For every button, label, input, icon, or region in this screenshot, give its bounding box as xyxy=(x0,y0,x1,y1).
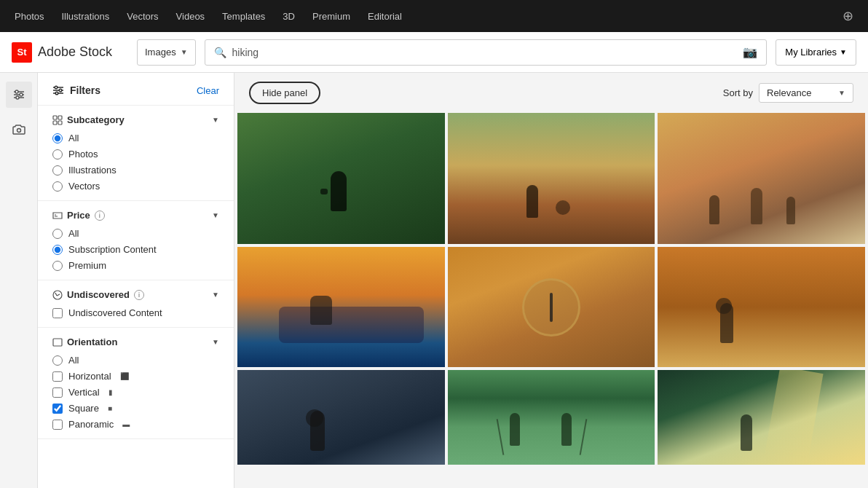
horizontal-icon: ⬛ xyxy=(120,372,129,380)
my-libraries-button[interactable]: My Libraries ▼ xyxy=(776,39,856,66)
orientation-panoramic[interactable]: Panoramic ▬ xyxy=(52,419,219,430)
price-info-icon: i xyxy=(95,210,105,221)
orientation-square[interactable]: Square ■ xyxy=(52,403,219,414)
sort-area: Sort by Relevance ▼ xyxy=(723,83,853,103)
filter-clear-button[interactable]: Clear xyxy=(197,85,219,96)
nav-illustrations[interactable]: Illustrations xyxy=(61,11,109,22)
icon-bar xyxy=(0,73,38,488)
svg-point-4 xyxy=(20,93,23,96)
image-item-2[interactable] xyxy=(448,113,655,244)
nav-3d[interactable]: 3D xyxy=(283,11,295,22)
orientation-horizontal[interactable]: Horizontal ⬛ xyxy=(52,371,219,382)
filter-section-price: Price i ▼ All Subscription Content Premi… xyxy=(38,201,234,280)
image-item-6[interactable] xyxy=(658,247,865,367)
camera-search-icon[interactable]: 📷 xyxy=(743,45,757,59)
price-subscription[interactable]: Subscription Content xyxy=(52,244,219,255)
filter-toggle-button[interactable] xyxy=(6,82,32,108)
subcategory-photos[interactable]: Photos xyxy=(52,149,219,160)
svg-point-5 xyxy=(16,96,19,99)
price-all[interactable]: All xyxy=(52,228,219,239)
svg-point-11 xyxy=(59,89,62,92)
image-item-9[interactable] xyxy=(658,370,865,488)
subcategory-toggle[interactable]: Subcategory ▼ xyxy=(52,114,219,125)
sort-dropdown[interactable]: Relevance ▼ xyxy=(759,83,853,103)
search-input[interactable] xyxy=(232,47,738,58)
search-type-dropdown[interactable]: Images ▼ xyxy=(137,39,196,66)
filter-header: Filters Clear xyxy=(38,73,234,106)
orientation-chevron: ▼ xyxy=(212,338,219,346)
square-icon: ■ xyxy=(108,404,112,412)
subcategory-title: Subcategory xyxy=(52,114,125,125)
image-item-5[interactable] xyxy=(448,247,655,367)
svg-point-6 xyxy=(17,129,20,133)
nav-videos[interactable]: Videos xyxy=(176,11,205,22)
orientation-vertical[interactable]: Vertical ▮ xyxy=(52,387,219,398)
image-item-3[interactable] xyxy=(658,113,865,244)
vertical-icon: ▮ xyxy=(108,388,113,396)
top-nav-right-icon[interactable]: ⊕ xyxy=(843,8,853,24)
svg-rect-15 xyxy=(53,121,57,125)
undiscovered-title: Undiscovered i xyxy=(52,289,144,300)
logo-icon: St xyxy=(12,42,32,63)
sort-value: Relevance xyxy=(767,87,811,98)
chevron-down-icon: ▼ xyxy=(840,48,847,56)
image-item-4[interactable] xyxy=(237,247,445,367)
content-toolbar: Hide panel Sort by Relevance ▼ xyxy=(234,73,868,113)
filter-section-subcategory: Subcategory ▼ All Photos Illustrations xyxy=(38,106,234,201)
filter-title: Filters xyxy=(70,84,100,96)
svg-rect-14 xyxy=(58,116,62,119)
orientation-options: All Horizontal ⬛ Vertical ▮ Square ■ xyxy=(52,355,219,430)
filter-section-undiscovered: Undiscovered i ▼ Undiscovered Content xyxy=(38,280,234,328)
top-navigation: Photos Illustrations Vectors Videos Temp… xyxy=(0,0,868,32)
subcategory-illustrations[interactable]: Illustrations xyxy=(52,165,219,176)
logo-text: Adobe Stock xyxy=(38,44,112,60)
subcategory-vectors[interactable]: Vectors xyxy=(52,181,219,192)
camera-icon-button[interactable] xyxy=(6,117,32,143)
svg-rect-13 xyxy=(53,116,57,119)
logo-area: St Adobe Stock xyxy=(12,42,128,63)
hide-panel-button[interactable]: Hide panel xyxy=(249,82,320,104)
price-options: All Subscription Content Premium xyxy=(52,228,219,271)
filter-panel: Filters Clear Subcategory ▼ xyxy=(38,73,234,488)
image-item-8[interactable] xyxy=(448,370,655,488)
svg-point-10 xyxy=(55,86,58,89)
orientation-all[interactable]: All xyxy=(52,355,219,366)
price-title: Price i xyxy=(52,210,105,221)
header-bar: St Adobe Stock Images ▼ 🔍 📷 My Libraries… xyxy=(0,32,868,73)
undiscovered-info-icon: i xyxy=(134,290,144,300)
content-area: Hide panel Sort by Relevance ▼ xyxy=(234,73,868,488)
price-premium[interactable]: Premium xyxy=(52,260,219,271)
image-grid xyxy=(234,113,868,488)
nav-editorial[interactable]: Editorial xyxy=(368,11,402,22)
subcategory-options: All Photos Illustrations Vectors xyxy=(52,133,219,192)
svg-rect-16 xyxy=(58,121,62,125)
chevron-down-icon: ▼ xyxy=(838,89,845,97)
orientation-toggle[interactable]: Orientation ▼ xyxy=(52,337,219,347)
search-icon: 🔍 xyxy=(214,47,226,58)
my-libraries-label: My Libraries xyxy=(785,47,837,58)
filter-section-orientation: Orientation ▼ All Horizontal ⬛ Vertical … xyxy=(38,328,234,439)
undiscovered-chevron: ▼ xyxy=(212,291,219,299)
sort-by-label: Sort by xyxy=(723,87,753,98)
nav-links: Photos Illustrations Vectors Videos Temp… xyxy=(15,11,402,22)
chevron-down-icon: ▼ xyxy=(181,48,188,56)
nav-templates[interactable]: Templates xyxy=(222,11,265,22)
subcategory-chevron: ▼ xyxy=(212,116,219,124)
subcategory-all[interactable]: All xyxy=(52,133,219,143)
nav-photos[interactable]: Photos xyxy=(15,11,44,22)
nav-premium[interactable]: Premium xyxy=(312,11,350,22)
image-item-7[interactable] xyxy=(237,370,445,488)
orientation-title: Orientation xyxy=(52,337,117,347)
price-toggle[interactable]: Price i ▼ xyxy=(52,210,219,221)
undiscovered-toggle[interactable]: Undiscovered i ▼ xyxy=(52,289,219,300)
svg-point-12 xyxy=(55,92,58,95)
undiscovered-options: Undiscovered Content xyxy=(52,307,219,318)
svg-point-3 xyxy=(15,90,18,93)
filter-title-area: Filters xyxy=(52,84,100,96)
nav-vectors[interactable]: Vectors xyxy=(127,11,158,22)
price-chevron: ▼ xyxy=(212,211,219,219)
image-item-1[interactable] xyxy=(237,113,445,244)
search-type-label: Images xyxy=(145,47,176,58)
undiscovered-content[interactable]: Undiscovered Content xyxy=(52,307,219,318)
search-bar: 🔍 📷 xyxy=(205,39,768,66)
